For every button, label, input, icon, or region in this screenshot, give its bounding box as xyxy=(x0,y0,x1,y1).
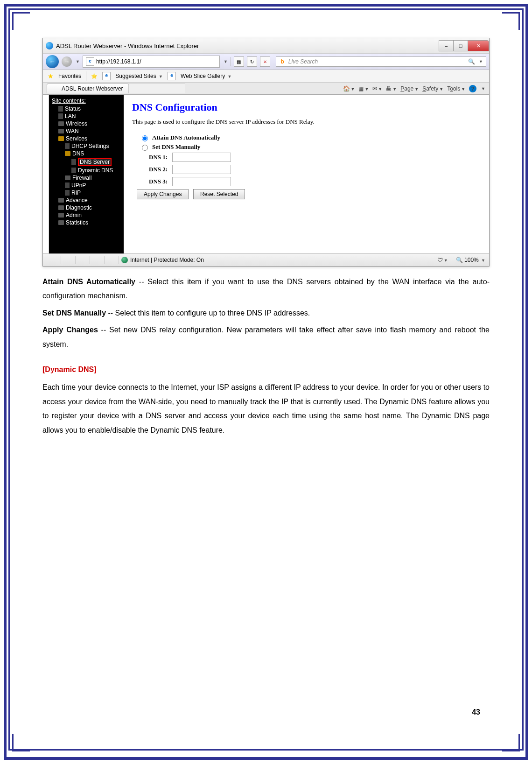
page-number: 43 xyxy=(472,708,480,716)
favorites-bar: ★ Favorites ⭐ e Suggested Sites ▼ e Web … xyxy=(43,70,489,83)
url-input[interactable]: e http://192.168.1.1/ xyxy=(83,56,220,68)
sidebar-item-firewall[interactable]: Firewall xyxy=(49,174,124,182)
new-tab[interactable] xyxy=(128,84,185,93)
content-area: Site contents: Status LAN Wireless WAN S… xyxy=(43,95,489,253)
sidebar-item-advance[interactable]: Advance xyxy=(49,197,124,204)
sidebar-item-statistics[interactable]: Statistics xyxy=(49,219,124,226)
suggested-sites[interactable]: Suggested Sites ▼ xyxy=(115,73,163,79)
ie-icon xyxy=(46,42,53,49)
safety-menu[interactable]: Safety▼ xyxy=(422,85,443,92)
browser-window: ADSL Router Webserver - Windows Internet… xyxy=(42,38,490,267)
radio-set-manual[interactable]: Set DNS Manually xyxy=(140,143,481,151)
search-icon[interactable]: 🔍 xyxy=(468,58,475,65)
tab-title: ADSL Router Webserver xyxy=(62,85,123,92)
maximize-button[interactable]: □ xyxy=(453,40,468,51)
sidebar-item-dynamic-dns[interactable]: Dynamic DNS xyxy=(49,167,124,174)
dns2-input[interactable] xyxy=(172,165,231,174)
tools-menu[interactable]: Tools▼ xyxy=(447,85,465,92)
radio-attain-auto[interactable]: Attain DNS Automatically xyxy=(140,134,481,141)
sidebar-item-admin[interactable]: Admin xyxy=(49,211,124,219)
sidebar-item-lan[interactable]: LAN xyxy=(49,112,124,120)
sidebar-item-status[interactable]: Status xyxy=(49,105,124,112)
protected-mode-icon[interactable]: 🛡▼ xyxy=(437,257,448,263)
close-button[interactable]: ✕ xyxy=(468,40,489,51)
sidebar-item-dns-server[interactable]: DNS Server xyxy=(49,157,124,167)
titlebar: ADSL Router Webserver - Windows Internet… xyxy=(43,38,489,54)
sidebar-item-dhcp[interactable]: DHCP Settings xyxy=(49,142,124,150)
url-text: http://192.168.1.1/ xyxy=(96,58,141,65)
history-dropdown[interactable]: ▼ xyxy=(76,59,80,64)
web-slice-icon: e xyxy=(168,72,176,80)
term-attain: Attain DNS Automatically xyxy=(42,278,135,286)
sidebar: Site contents: Status LAN Wireless WAN S… xyxy=(49,95,124,253)
status-bar: Internet | Protected Mode: On 🛡▼ 🔍 100% … xyxy=(43,253,489,266)
config-desc: This page is used to configure the DNS s… xyxy=(132,118,481,126)
sidebar-item-wan[interactable]: WAN xyxy=(49,127,124,135)
dns3-input[interactable] xyxy=(172,177,231,186)
sidebar-item-rip[interactable]: RIP xyxy=(49,189,124,197)
sidebar-item-diagnostic[interactable]: Diagnostic xyxy=(49,204,124,211)
back-button[interactable]: ← xyxy=(46,55,59,68)
document-body: Attain DNS Automatically -- Select this … xyxy=(42,275,490,437)
desc-set-manual: -- Select this item to configure up to t… xyxy=(106,309,310,317)
page-menu[interactable]: PPageage▼ xyxy=(400,85,419,92)
section-dynamic-dns: [Dynamic DNS] xyxy=(42,363,490,377)
desc-apply: -- Set new DNS relay configuration. New … xyxy=(42,326,490,348)
sidebar-header: Site contents: xyxy=(49,98,124,104)
favorites-star-icon[interactable]: ★ xyxy=(48,72,54,80)
zoom-level[interactable]: 🔍 100% ▼ xyxy=(456,257,485,263)
reset-selected-button[interactable]: Reset Selected xyxy=(193,189,245,199)
web-slice[interactable]: Web Slice Gallery ▼ xyxy=(181,73,231,79)
forward-button[interactable]: → xyxy=(62,56,72,67)
dns1-label: DNS 1: xyxy=(149,154,168,161)
sidebar-item-dns[interactable]: DNS xyxy=(49,150,124,157)
dns3-label: DNS 3: xyxy=(149,178,168,185)
add-fav-icon[interactable]: ⭐ xyxy=(91,73,98,79)
status-text: Internet | Protected Mode: On xyxy=(130,257,204,263)
term-set-manual: Set DNS Manually xyxy=(42,309,106,317)
minimize-button[interactable]: – xyxy=(439,40,454,51)
url-dropdown[interactable]: ▼ xyxy=(224,59,228,64)
print-icon[interactable]: 🖶▼ xyxy=(386,85,397,92)
feeds-icon[interactable]: ▦▼ xyxy=(358,85,369,92)
config-panel: DNS Configuration This page is used to c… xyxy=(124,95,489,253)
config-title: DNS Configuration xyxy=(132,101,481,113)
tab-active[interactable]: ADSL Router Webserver xyxy=(47,84,129,93)
window-title: ADSL Router Webserver - Windows Internet… xyxy=(56,42,199,49)
address-bar: ← → ▼ e http://192.168.1.1/ ▼ ▦ ↻ ✕ b Li… xyxy=(43,54,489,70)
refresh-button[interactable]: ↻ xyxy=(247,56,257,67)
globe-icon xyxy=(121,257,128,263)
search-dropdown[interactable]: ▼ xyxy=(479,59,483,64)
compatibility-icon[interactable]: ▦ xyxy=(234,56,244,67)
dns2-label: DNS 2: xyxy=(149,166,168,173)
dns1-input[interactable] xyxy=(172,153,231,162)
page-icon: e xyxy=(86,57,94,66)
radio-auto-input[interactable] xyxy=(142,135,148,141)
tab-bar: ADSL Router Webserver 🏠▼ ▦▼ ✉▼ 🖶▼ PPagea… xyxy=(43,83,489,95)
search-placeholder: Live Search xyxy=(288,58,318,65)
sidebar-item-upnp[interactable]: UPnP xyxy=(49,182,124,189)
apply-changes-button[interactable]: Apply Changes xyxy=(137,189,189,199)
search-input[interactable]: b Live Search 🔍 ▼ xyxy=(276,56,486,67)
term-apply: Apply Changes xyxy=(42,326,98,334)
stop-button[interactable]: ✕ xyxy=(260,56,270,67)
favorites-label[interactable]: Favorites xyxy=(58,73,81,79)
sidebar-item-wireless[interactable]: Wireless xyxy=(49,120,124,127)
help-icon[interactable]: ? xyxy=(469,85,476,92)
dynamic-dns-desc: Each time your device connects to the In… xyxy=(42,380,490,437)
tab-icon xyxy=(53,85,59,92)
suggested-sites-icon: e xyxy=(102,72,111,80)
bing-icon: b xyxy=(279,58,286,65)
radio-manual-input[interactable] xyxy=(142,145,148,151)
mail-icon[interactable]: ✉▼ xyxy=(372,85,382,92)
sidebar-item-services[interactable]: Services xyxy=(49,135,124,142)
home-icon[interactable]: 🏠▼ xyxy=(343,85,355,92)
